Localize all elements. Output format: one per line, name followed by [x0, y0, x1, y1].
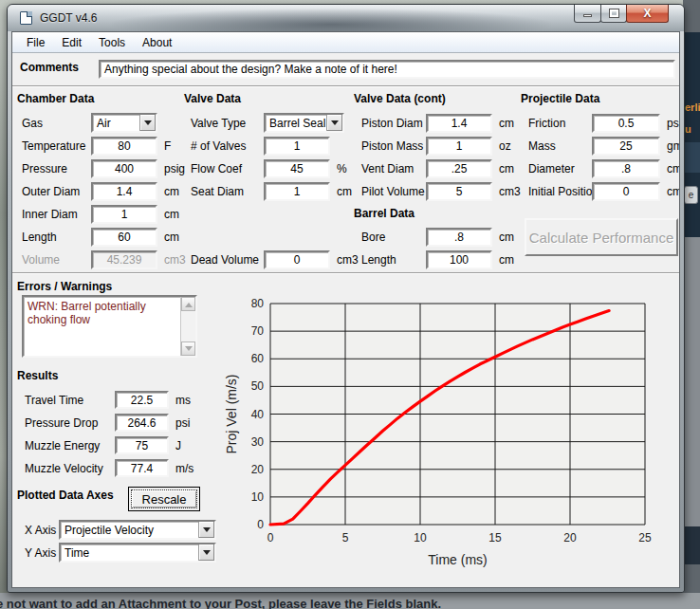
field-valve-type: Valve Type Barrel Seal: [191, 113, 344, 133]
field-outer-diam: Outer Diam 1.4 cm: [22, 181, 179, 201]
chevron-down-icon: [331, 120, 339, 129]
field-dead-volume: Dead Volume 0 cm3: [191, 249, 359, 269]
menu-about[interactable]: About: [134, 34, 180, 51]
menu-edit[interactable]: Edit: [53, 34, 90, 51]
valve-data-title: Valve Data: [184, 92, 241, 105]
comments-label: Comments: [20, 61, 79, 74]
menubar: File Edit Tools About: [12, 32, 679, 53]
length-input[interactable]: 60: [91, 228, 157, 247]
valve-cont-title: Valve Data (cont): [354, 92, 446, 105]
svg-text:10: 10: [251, 490, 265, 504]
background-webpage-strip: erli u e: [683, 0, 700, 609]
travel-time-output: 22.5: [115, 391, 169, 409]
field-piston-diam: Piston Diam 1.4 cm: [361, 113, 514, 133]
errors-warnings-title: Errors / Warnings: [17, 280, 112, 293]
pressure-drop-output: 264.6: [115, 414, 169, 432]
muzzle-energy-output: 75: [115, 436, 169, 454]
close-button[interactable]: X: [626, 5, 669, 23]
field-barrel-length: Length 100 cm: [361, 249, 514, 269]
inner-diam-input[interactable]: 1: [91, 205, 157, 224]
scroll-up-button[interactable]: [181, 297, 195, 311]
field-initial-position: Initial Position 0 cm: [528, 181, 680, 201]
svg-text:25: 25: [638, 531, 652, 544]
friction-input[interactable]: 0.5: [592, 114, 660, 133]
field-muzzle-energy: Muzzle Energy 75 J: [25, 435, 181, 455]
mass-input[interactable]: 25: [592, 137, 660, 156]
piston-diam-input[interactable]: 1.4: [426, 114, 492, 133]
field-muzzle-velocity: Muzzle Velocity 77.4 m/s: [25, 458, 193, 478]
field-x-axis: X Axis Projectile Velocity: [25, 520, 216, 540]
results-title: Results: [17, 369, 58, 382]
warning-message: WRN: Barrel potentially choking flow: [24, 297, 180, 356]
gas-select[interactable]: Air: [91, 113, 157, 133]
svg-text:30: 30: [251, 435, 265, 449]
valve-type-select[interactable]: Barrel Seal: [264, 113, 344, 133]
diameter-input[interactable]: .8: [592, 159, 660, 178]
background-button-fragment: e: [684, 186, 698, 204]
background-page-text: e not want to add an Attachment to your …: [0, 597, 441, 609]
field-bore: Bore .8 cm: [361, 227, 514, 247]
pressure-input[interactable]: 400: [91, 159, 157, 178]
svg-text:50: 50: [251, 379, 265, 393]
num-valves-input[interactable]: 1: [264, 137, 330, 156]
svg-text:20: 20: [251, 463, 265, 476]
flow-coef-input[interactable]: 45: [264, 159, 330, 178]
dead-volume-input[interactable]: 0: [264, 250, 330, 269]
rescale-button[interactable]: Rescale: [128, 487, 200, 511]
muzzle-velocity-output: 77.4: [115, 459, 169, 477]
outer-diam-input[interactable]: 1.4: [91, 182, 157, 201]
plotted-data-axes-title: Plotted Data Axes: [17, 489, 114, 502]
initial-position-input[interactable]: 0: [592, 182, 660, 201]
field-gas: Gas Air: [22, 113, 157, 133]
listbox-scrollbar[interactable]: [180, 297, 195, 356]
x-axis-select[interactable]: Projectile Velocity: [59, 520, 216, 540]
maximize-icon: [610, 9, 618, 17]
dropdown-button[interactable]: [139, 115, 156, 131]
pilot-volume-input[interactable]: 5: [426, 182, 492, 201]
field-inner-diam: Inner Diam 1 cm: [22, 204, 179, 224]
scroll-down-button[interactable]: [181, 341, 195, 356]
ggdt-window: GGDT v4.6 X File Edit Tools About Commen…: [7, 4, 685, 593]
calculate-performance-button[interactable]: Calculate Performance: [525, 218, 678, 256]
vent-diam-input[interactable]: .25: [426, 159, 492, 178]
window-title: GGDT v4.6: [40, 11, 97, 25]
y-axis-select[interactable]: Time: [59, 543, 216, 563]
svg-text:Time (ms): Time (ms): [428, 552, 487, 567]
svg-text:5: 5: [342, 531, 349, 544]
svg-text:80: 80: [251, 297, 265, 310]
minimize-icon: [583, 14, 592, 17]
chevron-down-icon: [144, 120, 152, 129]
dropdown-button[interactable]: [198, 544, 214, 561]
field-temperature: Temperature 80 F: [22, 136, 171, 156]
close-icon: X: [643, 7, 651, 20]
arrow-down-icon: [185, 346, 193, 355]
menu-file[interactable]: File: [18, 34, 53, 51]
piston-mass-input[interactable]: 1: [426, 137, 492, 156]
maximize-button[interactable]: [600, 5, 627, 23]
field-travel-time: Travel Time 22.5 ms: [25, 390, 191, 410]
chamber-data-title: Chamber Data: [17, 92, 94, 105]
field-diameter: Diameter .8 cm: [528, 158, 680, 178]
svg-text:70: 70: [251, 324, 265, 338]
menu-tools[interactable]: Tools: [90, 34, 134, 51]
temperature-input[interactable]: 80: [91, 137, 157, 156]
svg-text:0: 0: [267, 531, 274, 544]
bore-input[interactable]: .8: [426, 228, 492, 247]
field-num-valves: # of Valves 1: [191, 136, 330, 156]
svg-text:Proj Vel (m/s): Proj Vel (m/s): [224, 374, 239, 453]
separator: [12, 85, 679, 87]
field-y-axis: Y Axis Time: [25, 543, 216, 563]
errors-listbox[interactable]: WRN: Barrel potentially choking flow: [22, 295, 197, 358]
svg-text:0: 0: [257, 518, 264, 531]
comments-input[interactable]: Anything special about the design? Make …: [99, 60, 675, 79]
dropdown-button[interactable]: [198, 522, 214, 538]
field-seat-diam: Seat Diam 1 cm: [191, 181, 352, 201]
arrow-up-icon: [185, 299, 193, 307]
barrel-length-input[interactable]: 100: [426, 250, 492, 269]
minimize-button[interactable]: [574, 5, 601, 23]
separator: [12, 272, 679, 274]
velocity-chart: 051015202501020304050607080Time (ms)Proj…: [220, 285, 677, 586]
dropdown-button[interactable]: [326, 115, 342, 131]
chevron-down-icon: [203, 550, 211, 559]
seat-diam-input[interactable]: 1: [264, 182, 330, 201]
